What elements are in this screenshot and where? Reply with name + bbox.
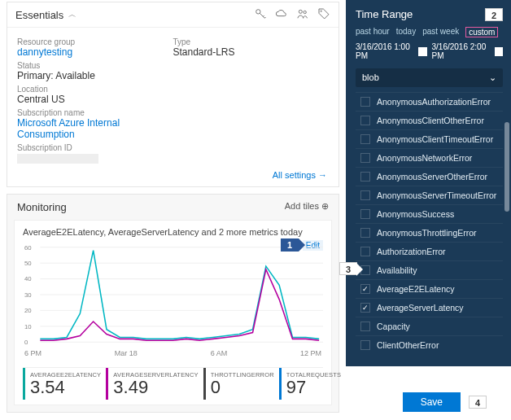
- add-tiles-button[interactable]: Add tiles ⊕: [285, 201, 329, 213]
- metrics-chart[interactable]: 0102030405060: [23, 242, 323, 348]
- subscription-id-label: Subscription ID: [17, 143, 173, 152]
- location-label: Location: [17, 85, 173, 94]
- key-icon[interactable]: [254, 7, 267, 22]
- svg-text:50: 50: [24, 260, 32, 267]
- resource-group-link[interactable]: dannytesting: [17, 46, 173, 58]
- metric-option[interactable]: Capacity: [356, 317, 503, 335]
- status-value: Primary: Available: [17, 70, 173, 81]
- time-range-title: Time Range: [356, 8, 413, 20]
- metric-option-label: AnonymousAuthorizationError: [377, 97, 491, 107]
- cloud-icon[interactable]: [275, 7, 288, 22]
- checkbox-icon: [360, 190, 370, 200]
- essentials-card: Essentials ︿ Resource group dannytesting…: [7, 2, 339, 187]
- subscription-name-label: Subscription name: [17, 108, 173, 117]
- subscription-name-link[interactable]: Microsoft Azure Internal Consumption: [17, 117, 173, 140]
- metric-option[interactable]: AnonymousSuccess: [356, 204, 503, 223]
- time-tab-custom[interactable]: custom: [465, 27, 498, 37]
- time-tab-today[interactable]: today: [396, 27, 416, 37]
- metric-option-label: AnonymousSuccess: [377, 209, 454, 219]
- metric-option[interactable]: AnonymousClientTimeoutError: [356, 129, 503, 148]
- metric-option[interactable]: AnonymousServerOtherError: [356, 167, 503, 186]
- metric-option[interactable]: AnonymousNetworkError: [356, 148, 503, 167]
- metric-option[interactable]: AnonymousServerTimeoutError: [356, 186, 503, 204]
- monitoring-title: Monitoring: [17, 201, 67, 213]
- svg-text:30: 30: [24, 291, 32, 299]
- metric-option-label: AverageServerLatency: [377, 303, 464, 313]
- checkbox-icon: [360, 247, 370, 256]
- metric-option[interactable]: AverageServerLatency: [356, 298, 503, 317]
- x-tick: Mar 18: [115, 349, 138, 357]
- time-range-panel: Time Range 2 past hourtodaypast weekcust…: [346, 0, 511, 366]
- metric-option[interactable]: AverageE2ELatency: [356, 279, 503, 298]
- callout-4: 4: [469, 396, 487, 409]
- checkbox-icon: [360, 172, 370, 182]
- metric-value: 3.54: [30, 378, 101, 396]
- metric-option-label: AuthorizationError: [377, 247, 446, 256]
- metric-value: 97: [286, 378, 341, 396]
- metric-option-label: AnonymousNetworkError: [377, 153, 472, 163]
- svg-text:60: 60: [24, 244, 32, 252]
- svg-point-2: [304, 11, 306, 13]
- metric-option-label: Availability: [377, 265, 417, 275]
- checkbox-icon: [360, 97, 370, 107]
- checkbox-icon: [360, 228, 370, 238]
- metric-option-label: AverageE2ELatency: [377, 284, 455, 294]
- from-date[interactable]: 3/16/2016 1:00 PM: [356, 42, 427, 60]
- to-date-text: 3/16/2016 2:00 PM: [432, 42, 492, 60]
- summary-metric[interactable]: THROTTLINGERROR0: [203, 368, 279, 400]
- select-value: blob: [362, 72, 379, 83]
- svg-text:10: 10: [24, 323, 32, 330]
- metrics-list: AnonymousAuthorizationErrorAnonymousClie…: [356, 92, 503, 354]
- type-label: Type: [173, 37, 330, 46]
- summary-metric[interactable]: TOTALREQUESTS97: [279, 368, 346, 400]
- chevron-down-icon: ⌄: [489, 72, 496, 83]
- resource-group-label: Resource group: [17, 37, 173, 46]
- checkbox-icon: [360, 153, 370, 163]
- svg-point-3: [321, 11, 321, 11]
- save-button[interactable]: Save: [403, 392, 461, 412]
- subscription-id-redacted: [17, 154, 98, 164]
- time-tab-past-hour[interactable]: past hour: [356, 27, 390, 37]
- metric-option-label: AnonymousClientOtherError: [377, 116, 484, 125]
- checkbox-icon: [360, 322, 370, 331]
- metric-value: 0: [211, 378, 274, 396]
- metric-option[interactable]: AnonymousThrottlingError: [356, 223, 503, 242]
- metric-option-label: AnonymousThrottlingError: [377, 228, 477, 238]
- time-tab-past-week[interactable]: past week: [422, 27, 459, 37]
- users-icon[interactable]: [296, 7, 309, 22]
- metric-option-label: Capacity: [377, 322, 410, 331]
- checkbox-icon: [360, 209, 370, 219]
- to-date[interactable]: 3/16/2016 2:00 PM: [432, 42, 504, 60]
- svg-point-0: [256, 10, 260, 14]
- metric-option-label: ClientOtherError: [377, 340, 439, 350]
- metric-option[interactable]: AuthorizationError: [356, 242, 503, 260]
- summary-metric[interactable]: AVERAGESERVERLATENCY3.49: [106, 368, 203, 400]
- checkbox-icon: [360, 134, 370, 144]
- x-tick: 6 AM: [211, 349, 228, 357]
- time-range-tabs: past hourtodaypast weekcustom: [356, 27, 503, 37]
- metric-option-label: AnonymousServerOtherError: [377, 172, 487, 182]
- location-value: Central US: [17, 94, 173, 105]
- scrollbar-thumb[interactable]: [504, 122, 509, 212]
- metric-option-label: AnonymousClientTimeoutError: [377, 134, 493, 144]
- essentials-header[interactable]: Essentials ︿: [7, 2, 338, 28]
- metric-namespace-select[interactable]: blob ⌄: [356, 68, 503, 87]
- svg-text:0: 0: [24, 339, 28, 346]
- x-tick: 12 PM: [300, 349, 321, 357]
- checkbox-icon: [360, 284, 370, 294]
- all-settings-link[interactable]: All settings →: [273, 170, 327, 180]
- status-label: Status: [17, 61, 173, 70]
- chevron-up-icon: ︿: [68, 9, 76, 20]
- from-date-text: 3/16/2016 1:00 PM: [356, 42, 416, 60]
- checkbox-icon: [360, 116, 370, 125]
- metric-option[interactable]: AnonymousAuthorizationError: [356, 92, 503, 111]
- metric-option[interactable]: AnonymousClientOtherError: [356, 111, 503, 129]
- metrics-summary-row: AVERAGEE2ELATENCY3.54AVERAGESERVERLATENC…: [23, 367, 323, 400]
- metric-option[interactable]: ClientOtherError: [356, 335, 503, 354]
- callout-3: 3: [339, 262, 357, 275]
- essentials-title: Essentials: [15, 9, 63, 21]
- checkbox-icon: [360, 303, 370, 313]
- tag-icon[interactable]: [317, 7, 330, 22]
- summary-metric[interactable]: AVERAGEE2ELATENCY3.54: [23, 368, 106, 400]
- metric-option[interactable]: Availability: [356, 260, 503, 279]
